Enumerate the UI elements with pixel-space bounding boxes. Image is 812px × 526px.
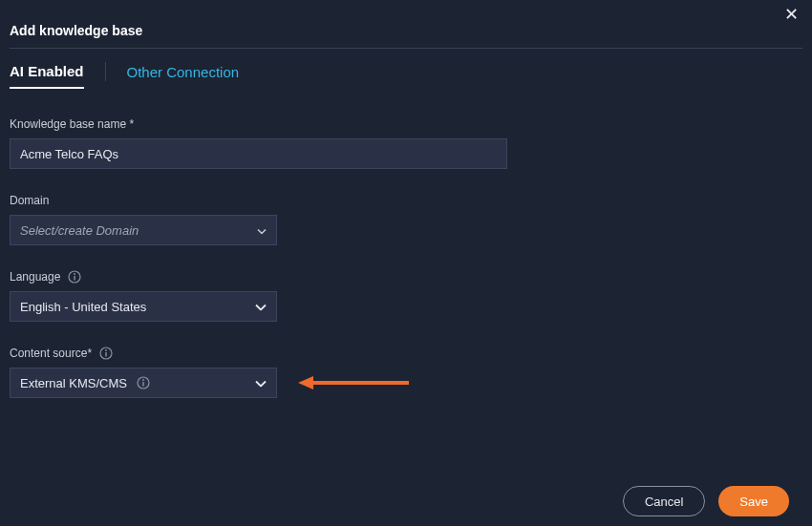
- info-icon[interactable]: [99, 347, 113, 360]
- field-domain: Domain Select/create Domain: [10, 194, 802, 245]
- svg-rect-8: [142, 382, 143, 387]
- label-language-text: Language: [10, 270, 60, 284]
- language-value: English - United States: [20, 300, 146, 314]
- info-icon[interactable]: [137, 376, 150, 389]
- field-name: Knowledge base name *: [10, 117, 802, 169]
- language-select[interactable]: English - United States: [10, 291, 277, 322]
- svg-rect-2: [75, 276, 75, 281]
- chevron-down-icon: [255, 376, 267, 390]
- svg-rect-5: [105, 352, 106, 357]
- svg-point-7: [142, 379, 144, 381]
- label-name: Knowledge base name *: [10, 117, 802, 131]
- tab-bar: AI Enabled Other Connection: [0, 49, 812, 89]
- knowledge-base-name-input[interactable]: [10, 138, 507, 169]
- tab-other-connection[interactable]: Other Connection: [127, 64, 240, 88]
- annotation-arrow: [296, 374, 409, 391]
- form: Knowledge base name * Domain Select/crea…: [0, 89, 812, 398]
- content-source-select[interactable]: External KMS/CMS: [10, 368, 277, 398]
- cancel-button[interactable]: Cancel: [623, 486, 705, 516]
- svg-marker-10: [298, 376, 313, 389]
- label-language: Language: [10, 270, 802, 284]
- label-content-source: Content source*: [10, 347, 802, 360]
- field-content-source: Content source* External KMS/CMS: [10, 347, 802, 398]
- dialog-footer: Cancel Save: [623, 486, 789, 516]
- content-source-value: External KMS/CMS: [20, 376, 127, 390]
- svg-point-1: [74, 273, 75, 275]
- content-source-row: External KMS/CMS: [10, 368, 802, 398]
- info-icon[interactable]: [68, 270, 81, 284]
- tab-separator: [105, 62, 106, 81]
- field-language: Language English - United States: [10, 270, 802, 322]
- label-content-source-text: Content source*: [10, 347, 92, 360]
- domain-select[interactable]: Select/create Domain: [10, 215, 277, 245]
- svg-point-4: [105, 349, 107, 351]
- domain-value: Select/create Domain: [20, 223, 139, 238]
- save-button[interactable]: Save: [718, 486, 789, 516]
- dialog-title: Add knowledge base: [0, 0, 812, 48]
- tab-ai-enabled[interactable]: AI Enabled: [10, 63, 84, 89]
- label-domain: Domain: [10, 194, 802, 207]
- chevron-down-icon: [255, 300, 267, 314]
- close-icon[interactable]: ✕: [784, 6, 799, 23]
- chevron-down-icon: [257, 223, 267, 238]
